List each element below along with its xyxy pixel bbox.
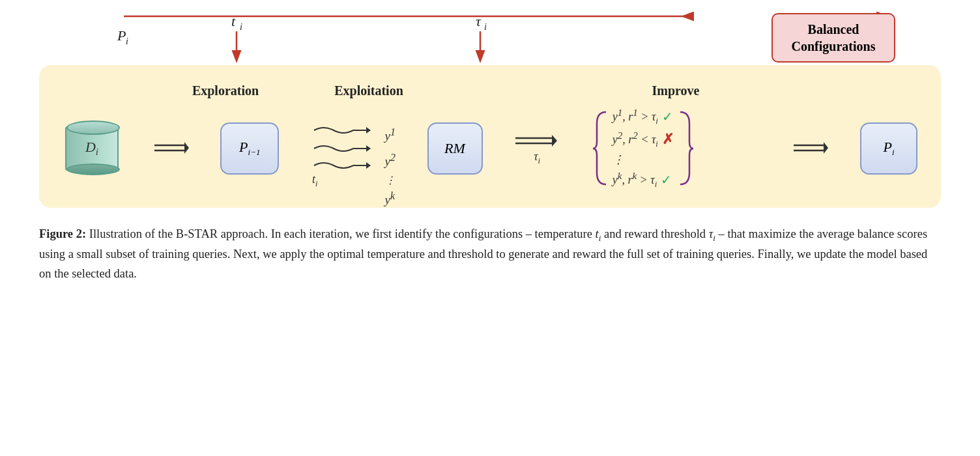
y2-label: y2	[385, 148, 396, 173]
cylinder-body: Di	[65, 126, 119, 171]
svg-marker-25	[824, 142, 828, 154]
yk-label: yk	[385, 186, 396, 212]
wavy-arrows-svg	[311, 116, 396, 181]
arrow-db-to-p	[153, 139, 189, 158]
yellow-box: Exploration Exploitation Improve Di	[39, 65, 941, 208]
right-brace-svg	[676, 111, 695, 186]
svg-marker-13	[184, 142, 189, 154]
main-flow: Di Pi−1	[63, 107, 917, 190]
cylinder-top	[66, 121, 120, 135]
p-prev-label: Pi−1	[239, 139, 260, 158]
balanced-configurations-box: Balanced Configurations	[771, 13, 895, 63]
svg-text:τ: τ	[476, 13, 482, 29]
figure-caption: Figure 2: Illustration of the B-STAR app…	[39, 225, 941, 284]
svg-marker-22	[552, 135, 557, 147]
cylinder-bottom	[66, 164, 120, 175]
brace-row-1: y1, r1 > τi ✓	[612, 107, 674, 126]
balanced-line1: Balanced	[808, 22, 859, 36]
pi-label: Pi	[883, 139, 894, 158]
double-arrow-rm	[514, 132, 560, 151]
pi-box: Pi	[860, 122, 917, 175]
svg-text:i: i	[240, 22, 242, 32]
rm-label: RM	[444, 140, 465, 157]
brace-text-1: y1, r1 > τi	[612, 107, 658, 126]
arrow-rm-to-brace: τi	[514, 132, 560, 166]
check-1: ✓	[662, 109, 673, 124]
svg-marker-15	[366, 127, 371, 134]
wavy-outputs: y1 y2 ⋮ yk	[385, 122, 396, 212]
brace-row-2: y2, r2 < τi ✗	[612, 130, 674, 149]
brace-text-2: y2, r2 < τi	[612, 130, 658, 149]
figure-container: Balanced Configurations P i t i τ i	[39, 13, 941, 283]
caption-text: Illustration of the B-STAR approach. In …	[39, 227, 927, 280]
tau-below-arrow: τi	[534, 150, 540, 166]
brace-dots: ⋮	[612, 152, 624, 167]
svg-text:t: t	[231, 13, 236, 29]
arrow-brace-to-pi	[792, 139, 828, 158]
improve-label: Improve	[434, 83, 917, 98]
caption-figure-label: Figure 2:	[39, 227, 86, 240]
database-label: Di	[85, 139, 98, 158]
svg-text:P: P	[117, 27, 126, 44]
svg-marker-17	[366, 145, 371, 152]
svg-marker-19	[366, 162, 371, 169]
svg-text:i: i	[484, 22, 487, 32]
brace-text-k: yk, rk > τi	[612, 171, 657, 190]
database-cylinder: Di	[63, 119, 121, 178]
exploitation-label: Exploitation	[304, 83, 434, 98]
rm-box: RM	[427, 122, 483, 175]
check-k: ✓	[661, 172, 672, 188]
p-prev-box: Pi−1	[220, 122, 279, 175]
ti-bottom-label: ti	[312, 173, 318, 189]
cross-2: ✗	[662, 131, 674, 148]
y1-label: y1	[385, 122, 396, 148]
ydots-label: ⋮	[385, 174, 396, 186]
left-brace-svg	[592, 111, 610, 186]
brace-content: y1, r1 > τi ✓ y2, r2 < τi ✗ ⋮ yk, rk > τ…	[612, 107, 674, 190]
brace-section: y1, r1 > τi ✓ y2, r2 < τi ✗ ⋮ yk, rk > τ…	[592, 107, 761, 190]
diagram-wrapper: Balanced Configurations P i t i τ i	[39, 13, 941, 208]
balanced-line2: Configurations	[792, 39, 876, 53]
exploration-label: Exploration	[147, 83, 304, 98]
brace-row-dots: ⋮	[612, 152, 674, 167]
brace-row-k: yk, rk > τi ✓	[612, 171, 674, 190]
section-labels-row: Exploration Exploitation Improve	[63, 83, 917, 98]
wavy-section: y1 y2 ⋮ yk ti	[311, 116, 396, 181]
svg-text:i: i	[126, 36, 128, 46]
